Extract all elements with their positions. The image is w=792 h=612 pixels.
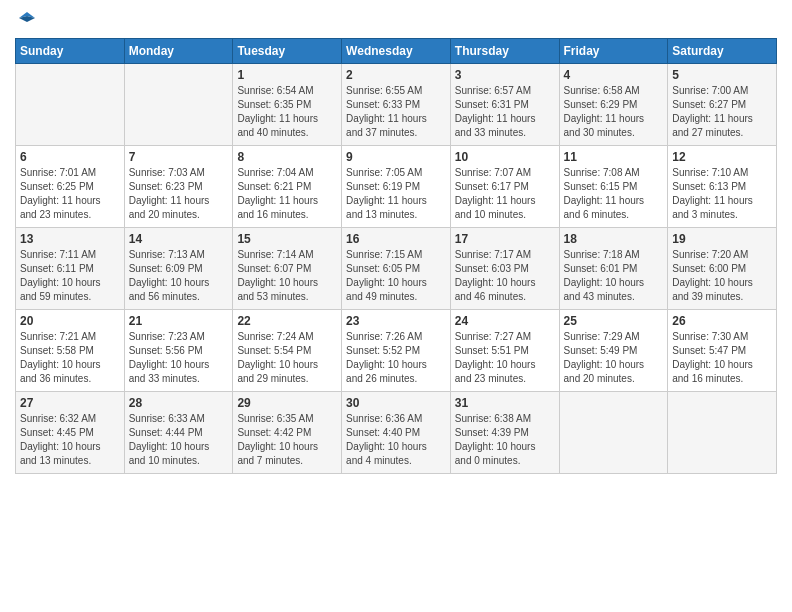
calendar-cell: 21Sunrise: 7:23 AM Sunset: 5:56 PM Dayli… xyxy=(124,310,233,392)
calendar-day-header: Saturday xyxy=(668,39,777,64)
calendar-cell xyxy=(668,392,777,474)
day-info: Sunrise: 7:23 AM Sunset: 5:56 PM Dayligh… xyxy=(129,330,229,386)
day-number: 18 xyxy=(564,232,664,246)
day-info: Sunrise: 7:17 AM Sunset: 6:03 PM Dayligh… xyxy=(455,248,555,304)
day-number: 8 xyxy=(237,150,337,164)
day-info: Sunrise: 6:32 AM Sunset: 4:45 PM Dayligh… xyxy=(20,412,120,468)
day-number: 15 xyxy=(237,232,337,246)
calendar-week-row: 6Sunrise: 7:01 AM Sunset: 6:25 PM Daylig… xyxy=(16,146,777,228)
day-number: 6 xyxy=(20,150,120,164)
day-info: Sunrise: 7:07 AM Sunset: 6:17 PM Dayligh… xyxy=(455,166,555,222)
calendar-day-header: Monday xyxy=(124,39,233,64)
calendar-table: SundayMondayTuesdayWednesdayThursdayFrid… xyxy=(15,38,777,474)
day-info: Sunrise: 7:03 AM Sunset: 6:23 PM Dayligh… xyxy=(129,166,229,222)
calendar-cell: 3Sunrise: 6:57 AM Sunset: 6:31 PM Daylig… xyxy=(450,64,559,146)
day-number: 4 xyxy=(564,68,664,82)
calendar-cell: 9Sunrise: 7:05 AM Sunset: 6:19 PM Daylig… xyxy=(342,146,451,228)
calendar-cell: 19Sunrise: 7:20 AM Sunset: 6:00 PM Dayli… xyxy=(668,228,777,310)
day-number: 31 xyxy=(455,396,555,410)
day-info: Sunrise: 7:13 AM Sunset: 6:09 PM Dayligh… xyxy=(129,248,229,304)
day-number: 19 xyxy=(672,232,772,246)
calendar-header-row: SundayMondayTuesdayWednesdayThursdayFrid… xyxy=(16,39,777,64)
calendar-cell: 25Sunrise: 7:29 AM Sunset: 5:49 PM Dayli… xyxy=(559,310,668,392)
logo xyxy=(15,10,37,30)
calendar-cell: 10Sunrise: 7:07 AM Sunset: 6:17 PM Dayli… xyxy=(450,146,559,228)
day-number: 2 xyxy=(346,68,446,82)
calendar-cell: 22Sunrise: 7:24 AM Sunset: 5:54 PM Dayli… xyxy=(233,310,342,392)
calendar-cell: 30Sunrise: 6:36 AM Sunset: 4:40 PM Dayli… xyxy=(342,392,451,474)
calendar-cell: 15Sunrise: 7:14 AM Sunset: 6:07 PM Dayli… xyxy=(233,228,342,310)
page-header xyxy=(15,10,777,30)
day-info: Sunrise: 7:11 AM Sunset: 6:11 PM Dayligh… xyxy=(20,248,120,304)
day-info: Sunrise: 6:57 AM Sunset: 6:31 PM Dayligh… xyxy=(455,84,555,140)
day-info: Sunrise: 7:18 AM Sunset: 6:01 PM Dayligh… xyxy=(564,248,664,304)
day-info: Sunrise: 6:58 AM Sunset: 6:29 PM Dayligh… xyxy=(564,84,664,140)
calendar-week-row: 20Sunrise: 7:21 AM Sunset: 5:58 PM Dayli… xyxy=(16,310,777,392)
calendar-cell: 28Sunrise: 6:33 AM Sunset: 4:44 PM Dayli… xyxy=(124,392,233,474)
calendar-cell: 23Sunrise: 7:26 AM Sunset: 5:52 PM Dayli… xyxy=(342,310,451,392)
day-number: 23 xyxy=(346,314,446,328)
calendar-cell: 6Sunrise: 7:01 AM Sunset: 6:25 PM Daylig… xyxy=(16,146,125,228)
calendar-week-row: 13Sunrise: 7:11 AM Sunset: 6:11 PM Dayli… xyxy=(16,228,777,310)
calendar-cell: 11Sunrise: 7:08 AM Sunset: 6:15 PM Dayli… xyxy=(559,146,668,228)
calendar-cell: 16Sunrise: 7:15 AM Sunset: 6:05 PM Dayli… xyxy=(342,228,451,310)
day-number: 20 xyxy=(20,314,120,328)
calendar-cell: 7Sunrise: 7:03 AM Sunset: 6:23 PM Daylig… xyxy=(124,146,233,228)
day-number: 22 xyxy=(237,314,337,328)
day-number: 10 xyxy=(455,150,555,164)
day-number: 28 xyxy=(129,396,229,410)
day-number: 30 xyxy=(346,396,446,410)
calendar-day-header: Thursday xyxy=(450,39,559,64)
day-number: 14 xyxy=(129,232,229,246)
day-number: 29 xyxy=(237,396,337,410)
day-info: Sunrise: 7:00 AM Sunset: 6:27 PM Dayligh… xyxy=(672,84,772,140)
calendar-day-header: Wednesday xyxy=(342,39,451,64)
day-info: Sunrise: 6:33 AM Sunset: 4:44 PM Dayligh… xyxy=(129,412,229,468)
calendar-cell: 27Sunrise: 6:32 AM Sunset: 4:45 PM Dayli… xyxy=(16,392,125,474)
day-info: Sunrise: 7:14 AM Sunset: 6:07 PM Dayligh… xyxy=(237,248,337,304)
calendar-week-row: 1Sunrise: 6:54 AM Sunset: 6:35 PM Daylig… xyxy=(16,64,777,146)
calendar-cell: 29Sunrise: 6:35 AM Sunset: 4:42 PM Dayli… xyxy=(233,392,342,474)
day-number: 17 xyxy=(455,232,555,246)
day-info: Sunrise: 7:27 AM Sunset: 5:51 PM Dayligh… xyxy=(455,330,555,386)
calendar-cell: 5Sunrise: 7:00 AM Sunset: 6:27 PM Daylig… xyxy=(668,64,777,146)
day-number: 3 xyxy=(455,68,555,82)
day-info: Sunrise: 7:01 AM Sunset: 6:25 PM Dayligh… xyxy=(20,166,120,222)
calendar-cell xyxy=(559,392,668,474)
calendar-cell: 1Sunrise: 6:54 AM Sunset: 6:35 PM Daylig… xyxy=(233,64,342,146)
logo-icon xyxy=(17,10,37,30)
day-info: Sunrise: 7:05 AM Sunset: 6:19 PM Dayligh… xyxy=(346,166,446,222)
calendar-day-header: Friday xyxy=(559,39,668,64)
calendar-cell: 8Sunrise: 7:04 AM Sunset: 6:21 PM Daylig… xyxy=(233,146,342,228)
calendar-cell: 31Sunrise: 6:38 AM Sunset: 4:39 PM Dayli… xyxy=(450,392,559,474)
day-info: Sunrise: 7:04 AM Sunset: 6:21 PM Dayligh… xyxy=(237,166,337,222)
calendar-cell xyxy=(16,64,125,146)
calendar-cell xyxy=(124,64,233,146)
day-info: Sunrise: 6:38 AM Sunset: 4:39 PM Dayligh… xyxy=(455,412,555,468)
day-info: Sunrise: 7:24 AM Sunset: 5:54 PM Dayligh… xyxy=(237,330,337,386)
day-number: 13 xyxy=(20,232,120,246)
day-info: Sunrise: 7:08 AM Sunset: 6:15 PM Dayligh… xyxy=(564,166,664,222)
day-info: Sunrise: 7:10 AM Sunset: 6:13 PM Dayligh… xyxy=(672,166,772,222)
calendar-body: 1Sunrise: 6:54 AM Sunset: 6:35 PM Daylig… xyxy=(16,64,777,474)
calendar-cell: 2Sunrise: 6:55 AM Sunset: 6:33 PM Daylig… xyxy=(342,64,451,146)
day-info: Sunrise: 7:15 AM Sunset: 6:05 PM Dayligh… xyxy=(346,248,446,304)
calendar-cell: 13Sunrise: 7:11 AM Sunset: 6:11 PM Dayli… xyxy=(16,228,125,310)
day-number: 12 xyxy=(672,150,772,164)
day-number: 1 xyxy=(237,68,337,82)
calendar-cell: 14Sunrise: 7:13 AM Sunset: 6:09 PM Dayli… xyxy=(124,228,233,310)
day-info: Sunrise: 6:35 AM Sunset: 4:42 PM Dayligh… xyxy=(237,412,337,468)
calendar-cell: 24Sunrise: 7:27 AM Sunset: 5:51 PM Dayli… xyxy=(450,310,559,392)
day-number: 26 xyxy=(672,314,772,328)
day-info: Sunrise: 7:21 AM Sunset: 5:58 PM Dayligh… xyxy=(20,330,120,386)
day-info: Sunrise: 7:20 AM Sunset: 6:00 PM Dayligh… xyxy=(672,248,772,304)
day-info: Sunrise: 7:29 AM Sunset: 5:49 PM Dayligh… xyxy=(564,330,664,386)
calendar-day-header: Tuesday xyxy=(233,39,342,64)
day-info: Sunrise: 6:55 AM Sunset: 6:33 PM Dayligh… xyxy=(346,84,446,140)
calendar-cell: 20Sunrise: 7:21 AM Sunset: 5:58 PM Dayli… xyxy=(16,310,125,392)
calendar-cell: 26Sunrise: 7:30 AM Sunset: 5:47 PM Dayli… xyxy=(668,310,777,392)
calendar-cell: 18Sunrise: 7:18 AM Sunset: 6:01 PM Dayli… xyxy=(559,228,668,310)
calendar-cell: 12Sunrise: 7:10 AM Sunset: 6:13 PM Dayli… xyxy=(668,146,777,228)
day-info: Sunrise: 6:36 AM Sunset: 4:40 PM Dayligh… xyxy=(346,412,446,468)
day-number: 5 xyxy=(672,68,772,82)
